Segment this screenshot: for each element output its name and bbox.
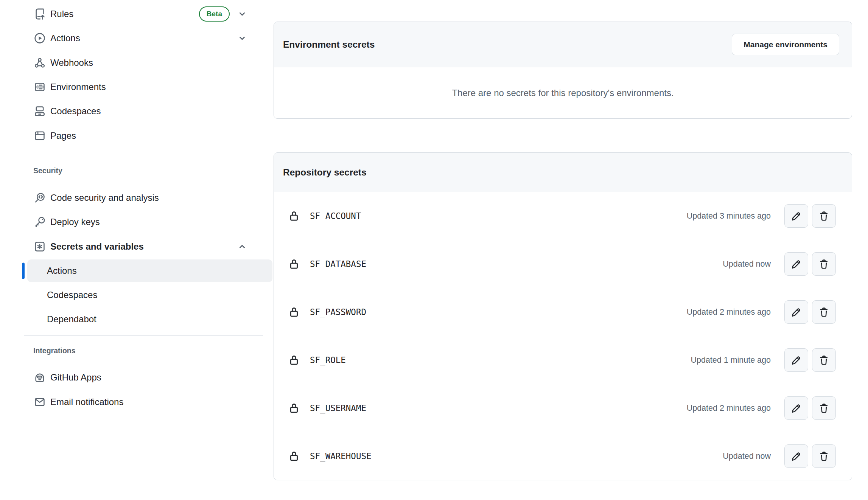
secret-row: SF_USERNAME Updated 2 minutes ago	[274, 384, 852, 432]
lock-icon	[288, 210, 300, 222]
panel-title: Repository secrets	[283, 167, 367, 178]
secret-updated: Updated 2 minutes ago	[687, 404, 771, 413]
secret-name: SF_PASSWORD	[310, 307, 366, 317]
trash-icon	[818, 307, 829, 318]
sidebar-item-webhooks[interactable]: Webhooks	[0, 51, 263, 75]
secret-name: SF_ACCOUNT	[310, 211, 361, 221]
pencil-icon	[791, 403, 802, 414]
settings-sidebar: Rules Beta Actions Webhooks	[0, 2, 263, 414]
edit-secret-button[interactable]	[784, 348, 808, 372]
sidebar-item-label: Actions	[47, 266, 77, 276]
trash-icon	[818, 355, 829, 366]
repository-secrets-header: Repository secrets	[274, 153, 852, 192]
lock-icon	[288, 258, 300, 270]
environment-secrets-empty-message: There are no secrets for this repository…	[274, 67, 852, 118]
trash-icon	[818, 403, 829, 414]
sidebar-item-label: Codespaces	[50, 106, 101, 116]
trash-icon	[818, 211, 829, 222]
sidebar-item-code-security[interactable]: Code security and analysis	[0, 186, 263, 210]
chevron-down-icon[interactable]	[237, 9, 247, 19]
edit-secret-button[interactable]	[784, 444, 808, 468]
chevron-down-icon[interactable]	[237, 33, 247, 43]
edit-secret-button[interactable]	[784, 252, 808, 276]
sidebar-item-label: Pages	[50, 130, 76, 141]
secret-row: SF_ROLE Updated 1 minute ago	[274, 336, 852, 384]
sidebar-item-codespaces[interactable]: Codespaces	[0, 99, 263, 123]
sidebar-item-label: GitHub Apps	[50, 372, 101, 383]
lock-icon	[288, 306, 300, 318]
pencil-icon	[791, 211, 802, 222]
key-icon	[34, 216, 45, 228]
trash-icon	[818, 259, 829, 270]
edit-secret-button[interactable]	[784, 300, 808, 324]
sidebar-item-label: Actions	[50, 33, 80, 43]
sidebar-item-label: Secrets and variables	[50, 241, 144, 252]
codescan-icon	[34, 192, 45, 203]
pencil-icon	[791, 259, 802, 270]
beta-badge: Beta	[199, 6, 230, 22]
delete-secret-button[interactable]	[812, 204, 836, 228]
delete-secret-button[interactable]	[812, 348, 836, 372]
sidebar-subitem-actions[interactable]: Actions	[27, 259, 272, 282]
secret-row: SF_ACCOUNT Updated 3 minutes ago	[274, 192, 852, 240]
pencil-icon	[791, 307, 802, 318]
environment-secrets-header: Environment secrets Manage environments	[274, 22, 852, 67]
sidebar-item-email-notifications[interactable]: Email notifications	[0, 390, 263, 414]
sidebar-section-security: Security	[0, 156, 263, 186]
sidebar-item-label: Code security and analysis	[50, 193, 159, 203]
sidebar-item-rules[interactable]: Rules Beta	[0, 2, 263, 26]
trash-icon	[818, 451, 829, 462]
sidebar-item-label: Dependabot	[47, 314, 96, 325]
manage-environments-button[interactable]: Manage environments	[732, 34, 839, 55]
sidebar-item-label: Email notifications	[50, 397, 123, 407]
sidebar-item-label: Codespaces	[47, 290, 97, 300]
sidebar-item-github-apps[interactable]: GitHub Apps	[0, 365, 263, 390]
mail-icon	[34, 396, 45, 408]
codespaces-icon	[34, 106, 45, 117]
server-icon	[34, 81, 45, 93]
secret-updated: Updated 1 minute ago	[691, 356, 771, 365]
sidebar-item-deploy-keys[interactable]: Deploy keys	[0, 210, 263, 234]
lock-icon	[288, 402, 300, 414]
webhook-icon	[34, 57, 45, 68]
key-asterisk-icon	[34, 241, 45, 252]
chevron-up-icon[interactable]	[237, 242, 247, 252]
secret-name: SF_ROLE	[310, 355, 346, 365]
hubot-icon	[34, 372, 45, 383]
sidebar-item-label: Deploy keys	[50, 217, 100, 227]
secret-updated: Updated now	[723, 452, 771, 461]
browser-icon	[34, 130, 45, 141]
edit-secret-button[interactable]	[784, 204, 808, 228]
secret-name: SF_USERNAME	[310, 403, 366, 413]
secret-row: SF_DATABASE Updated now	[274, 240, 852, 288]
secret-updated: Updated 2 minutes ago	[687, 307, 771, 317]
lock-icon	[288, 450, 300, 462]
delete-secret-button[interactable]	[812, 444, 836, 468]
sidebar-subitem-dependabot[interactable]: Dependabot	[27, 307, 272, 331]
sidebar-item-label: Rules	[50, 9, 73, 19]
edit-secret-button[interactable]	[784, 396, 808, 420]
sidebar-item-environments[interactable]: Environments	[0, 75, 263, 99]
sidebar-item-pages[interactable]: Pages	[0, 123, 263, 148]
pencil-icon	[791, 355, 802, 366]
lock-icon	[288, 354, 300, 366]
rules-icon	[34, 8, 45, 20]
secret-row: SF_PASSWORD Updated 2 minutes ago	[274, 288, 852, 336]
repository-secrets-panel: Repository secrets SF_ACCOUNT Updated 3 …	[274, 152, 852, 480]
delete-secret-button[interactable]	[812, 396, 836, 420]
sidebar-item-label: Webhooks	[50, 57, 93, 68]
secret-updated: Updated 3 minutes ago	[687, 211, 771, 221]
panel-title: Environment secrets	[283, 39, 375, 50]
secret-name: SF_DATABASE	[310, 259, 366, 269]
secret-updated: Updated now	[723, 259, 771, 269]
sidebar-section-integrations: Integrations	[0, 336, 263, 365]
sidebar-subitem-codespaces[interactable]: Codespaces	[27, 283, 272, 307]
delete-secret-button[interactable]	[812, 300, 836, 324]
sidebar-item-actions[interactable]: Actions	[0, 26, 263, 50]
play-icon	[34, 33, 45, 44]
secret-row: SF_WAREHOUSE Updated now	[274, 432, 852, 480]
environment-secrets-panel: Environment secrets Manage environments …	[274, 22, 852, 119]
sidebar-item-label: Environments	[50, 82, 106, 92]
delete-secret-button[interactable]	[812, 252, 836, 276]
sidebar-item-secrets-and-variables[interactable]: Secrets and variables	[0, 234, 263, 258]
